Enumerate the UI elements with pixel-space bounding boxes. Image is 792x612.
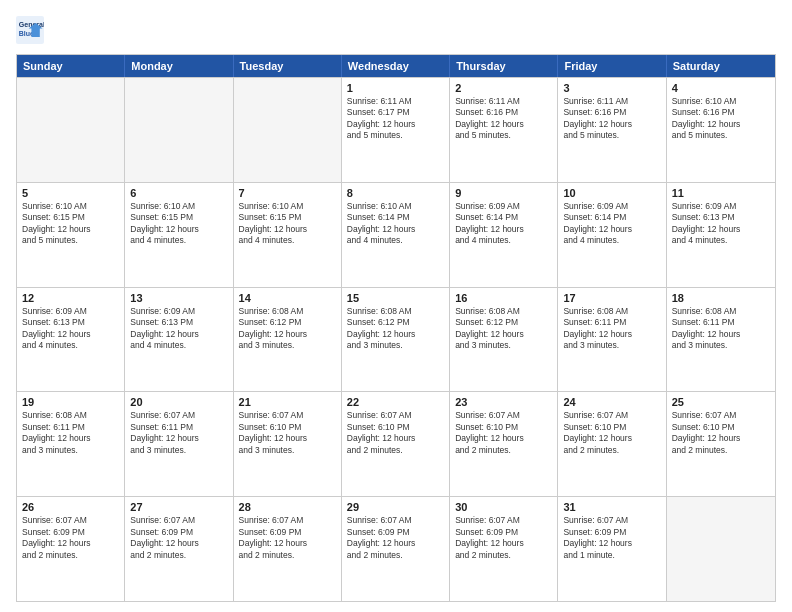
day-info: Sunrise: 6:09 AM Sunset: 6:13 PM Dayligh… <box>22 306 119 352</box>
day-info: Sunrise: 6:10 AM Sunset: 6:15 PM Dayligh… <box>239 201 336 247</box>
day-cell-27: 27Sunrise: 6:07 AM Sunset: 6:09 PM Dayli… <box>125 497 233 601</box>
day-cell-6: 6Sunrise: 6:10 AM Sunset: 6:15 PM Daylig… <box>125 183 233 287</box>
day-number: 9 <box>455 187 552 199</box>
calendar-header: SundayMondayTuesdayWednesdayThursdayFrid… <box>17 55 775 77</box>
day-info: Sunrise: 6:11 AM Sunset: 6:16 PM Dayligh… <box>455 96 552 142</box>
header-cell-tuesday: Tuesday <box>234 55 342 77</box>
day-info: Sunrise: 6:07 AM Sunset: 6:09 PM Dayligh… <box>22 515 119 561</box>
day-cell-10: 10Sunrise: 6:09 AM Sunset: 6:14 PM Dayli… <box>558 183 666 287</box>
day-info: Sunrise: 6:09 AM Sunset: 6:13 PM Dayligh… <box>130 306 227 352</box>
day-cell-12: 12Sunrise: 6:09 AM Sunset: 6:13 PM Dayli… <box>17 288 125 392</box>
day-info: Sunrise: 6:08 AM Sunset: 6:12 PM Dayligh… <box>239 306 336 352</box>
day-info: Sunrise: 6:07 AM Sunset: 6:10 PM Dayligh… <box>563 410 660 456</box>
day-cell-30: 30Sunrise: 6:07 AM Sunset: 6:09 PM Dayli… <box>450 497 558 601</box>
day-info: Sunrise: 6:07 AM Sunset: 6:09 PM Dayligh… <box>347 515 444 561</box>
calendar-row-3: 19Sunrise: 6:08 AM Sunset: 6:11 PM Dayli… <box>17 391 775 496</box>
day-number: 4 <box>672 82 770 94</box>
day-number: 31 <box>563 501 660 513</box>
calendar-row-0: 1Sunrise: 6:11 AM Sunset: 6:17 PM Daylig… <box>17 77 775 182</box>
day-number: 22 <box>347 396 444 408</box>
day-info: Sunrise: 6:07 AM Sunset: 6:11 PM Dayligh… <box>130 410 227 456</box>
day-number: 24 <box>563 396 660 408</box>
day-cell-28: 28Sunrise: 6:07 AM Sunset: 6:09 PM Dayli… <box>234 497 342 601</box>
day-cell-16: 16Sunrise: 6:08 AM Sunset: 6:12 PM Dayli… <box>450 288 558 392</box>
day-number: 12 <box>22 292 119 304</box>
day-info: Sunrise: 6:10 AM Sunset: 6:15 PM Dayligh… <box>22 201 119 247</box>
day-number: 18 <box>672 292 770 304</box>
day-cell-31: 31Sunrise: 6:07 AM Sunset: 6:09 PM Dayli… <box>558 497 666 601</box>
day-cell-5: 5Sunrise: 6:10 AM Sunset: 6:15 PM Daylig… <box>17 183 125 287</box>
day-info: Sunrise: 6:07 AM Sunset: 6:10 PM Dayligh… <box>347 410 444 456</box>
calendar-body: 1Sunrise: 6:11 AM Sunset: 6:17 PM Daylig… <box>17 77 775 601</box>
calendar: SundayMondayTuesdayWednesdayThursdayFrid… <box>16 54 776 602</box>
day-info: Sunrise: 6:07 AM Sunset: 6:10 PM Dayligh… <box>672 410 770 456</box>
day-number: 3 <box>563 82 660 94</box>
day-info: Sunrise: 6:08 AM Sunset: 6:11 PM Dayligh… <box>672 306 770 352</box>
header-cell-saturday: Saturday <box>667 55 775 77</box>
day-info: Sunrise: 6:07 AM Sunset: 6:10 PM Dayligh… <box>455 410 552 456</box>
logo-icon: General Blue <box>16 16 44 44</box>
day-number: 17 <box>563 292 660 304</box>
day-info: Sunrise: 6:10 AM Sunset: 6:14 PM Dayligh… <box>347 201 444 247</box>
day-number: 30 <box>455 501 552 513</box>
day-cell-26: 26Sunrise: 6:07 AM Sunset: 6:09 PM Dayli… <box>17 497 125 601</box>
day-info: Sunrise: 6:07 AM Sunset: 6:10 PM Dayligh… <box>239 410 336 456</box>
day-info: Sunrise: 6:09 AM Sunset: 6:14 PM Dayligh… <box>455 201 552 247</box>
day-info: Sunrise: 6:11 AM Sunset: 6:16 PM Dayligh… <box>563 96 660 142</box>
calendar-row-1: 5Sunrise: 6:10 AM Sunset: 6:15 PM Daylig… <box>17 182 775 287</box>
day-cell-24: 24Sunrise: 6:07 AM Sunset: 6:10 PM Dayli… <box>558 392 666 496</box>
header-cell-friday: Friday <box>558 55 666 77</box>
day-cell-19: 19Sunrise: 6:08 AM Sunset: 6:11 PM Dayli… <box>17 392 125 496</box>
day-cell-22: 22Sunrise: 6:07 AM Sunset: 6:10 PM Dayli… <box>342 392 450 496</box>
day-number: 16 <box>455 292 552 304</box>
logo: General Blue <box>16 16 48 44</box>
empty-cell-0-2 <box>234 78 342 182</box>
day-cell-23: 23Sunrise: 6:07 AM Sunset: 6:10 PM Dayli… <box>450 392 558 496</box>
day-info: Sunrise: 6:07 AM Sunset: 6:09 PM Dayligh… <box>130 515 227 561</box>
header: General Blue <box>16 16 776 44</box>
day-cell-20: 20Sunrise: 6:07 AM Sunset: 6:11 PM Dayli… <box>125 392 233 496</box>
day-cell-7: 7Sunrise: 6:10 AM Sunset: 6:15 PM Daylig… <box>234 183 342 287</box>
day-number: 2 <box>455 82 552 94</box>
day-cell-13: 13Sunrise: 6:09 AM Sunset: 6:13 PM Dayli… <box>125 288 233 392</box>
day-info: Sunrise: 6:08 AM Sunset: 6:12 PM Dayligh… <box>455 306 552 352</box>
day-info: Sunrise: 6:07 AM Sunset: 6:09 PM Dayligh… <box>239 515 336 561</box>
day-cell-11: 11Sunrise: 6:09 AM Sunset: 6:13 PM Dayli… <box>667 183 775 287</box>
day-number: 1 <box>347 82 444 94</box>
day-info: Sunrise: 6:11 AM Sunset: 6:17 PM Dayligh… <box>347 96 444 142</box>
day-cell-1: 1Sunrise: 6:11 AM Sunset: 6:17 PM Daylig… <box>342 78 450 182</box>
day-cell-15: 15Sunrise: 6:08 AM Sunset: 6:12 PM Dayli… <box>342 288 450 392</box>
day-number: 11 <box>672 187 770 199</box>
empty-cell-4-6 <box>667 497 775 601</box>
day-cell-4: 4Sunrise: 6:10 AM Sunset: 6:16 PM Daylig… <box>667 78 775 182</box>
day-info: Sunrise: 6:10 AM Sunset: 6:15 PM Dayligh… <box>130 201 227 247</box>
day-number: 26 <box>22 501 119 513</box>
day-number: 14 <box>239 292 336 304</box>
empty-cell-0-0 <box>17 78 125 182</box>
day-cell-8: 8Sunrise: 6:10 AM Sunset: 6:14 PM Daylig… <box>342 183 450 287</box>
day-number: 7 <box>239 187 336 199</box>
day-number: 21 <box>239 396 336 408</box>
day-number: 20 <box>130 396 227 408</box>
day-number: 19 <box>22 396 119 408</box>
day-cell-3: 3Sunrise: 6:11 AM Sunset: 6:16 PM Daylig… <box>558 78 666 182</box>
day-number: 15 <box>347 292 444 304</box>
day-info: Sunrise: 6:09 AM Sunset: 6:14 PM Dayligh… <box>563 201 660 247</box>
day-cell-14: 14Sunrise: 6:08 AM Sunset: 6:12 PM Dayli… <box>234 288 342 392</box>
day-info: Sunrise: 6:08 AM Sunset: 6:12 PM Dayligh… <box>347 306 444 352</box>
page: General Blue SundayMondayTuesdayWednesda… <box>0 0 792 612</box>
day-cell-25: 25Sunrise: 6:07 AM Sunset: 6:10 PM Dayli… <box>667 392 775 496</box>
day-number: 8 <box>347 187 444 199</box>
day-info: Sunrise: 6:07 AM Sunset: 6:09 PM Dayligh… <box>455 515 552 561</box>
header-cell-monday: Monday <box>125 55 233 77</box>
day-info: Sunrise: 6:10 AM Sunset: 6:16 PM Dayligh… <box>672 96 770 142</box>
day-number: 5 <box>22 187 119 199</box>
day-number: 23 <box>455 396 552 408</box>
day-number: 25 <box>672 396 770 408</box>
day-cell-18: 18Sunrise: 6:08 AM Sunset: 6:11 PM Dayli… <box>667 288 775 392</box>
day-number: 13 <box>130 292 227 304</box>
header-cell-thursday: Thursday <box>450 55 558 77</box>
day-cell-2: 2Sunrise: 6:11 AM Sunset: 6:16 PM Daylig… <box>450 78 558 182</box>
day-number: 29 <box>347 501 444 513</box>
day-cell-21: 21Sunrise: 6:07 AM Sunset: 6:10 PM Dayli… <box>234 392 342 496</box>
